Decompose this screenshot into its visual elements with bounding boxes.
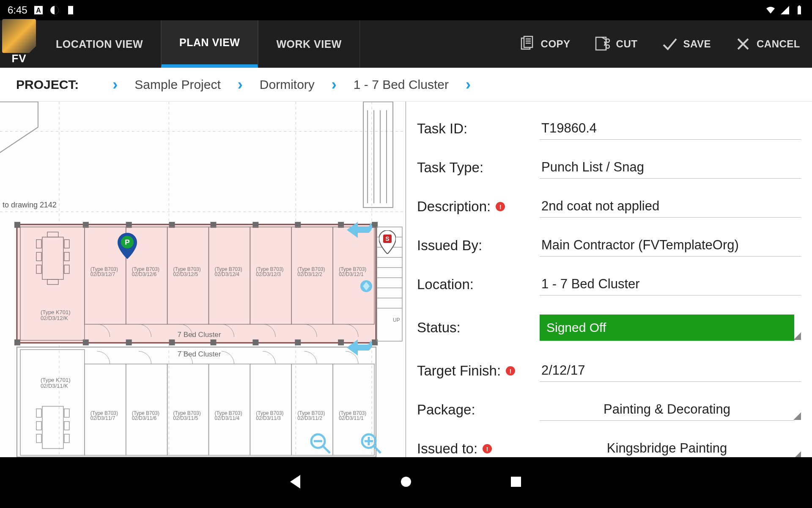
value-task-id[interactable]: T19860.4 (540, 118, 801, 140)
label-location: Location: (417, 276, 540, 293)
alert-icon: ! (496, 202, 505, 211)
nav-home-button[interactable] (398, 473, 414, 492)
svg-text:02/D3/11/3: 02/D3/11/3 (256, 415, 281, 421)
svg-line-128 (323, 446, 330, 453)
breadcrumb: PROJECT: › Sample Project › Dormitory › … (0, 68, 812, 102)
zoom-in-button[interactable] (359, 432, 382, 456)
close-icon (735, 36, 752, 52)
svg-text:A: A (36, 7, 41, 14)
alert-icon: ! (483, 444, 492, 453)
svg-text:UP: UP (393, 317, 400, 323)
svg-text:02/D3/11/6: 02/D3/11/6 (132, 415, 157, 421)
copy-button[interactable]: COPY (507, 36, 582, 52)
svg-rect-39 (126, 340, 132, 345)
svg-line-131 (374, 446, 381, 453)
svg-text:(Type K701): (Type K701) (41, 377, 71, 383)
logo-graphic (2, 19, 36, 53)
package-dropdown[interactable]: Painting & Decorating (540, 399, 801, 421)
tab-plan-view[interactable]: PLAN VIEW (161, 20, 258, 68)
svg-rect-83 (36, 422, 41, 430)
status-dropdown[interactable]: Signed Off (540, 315, 801, 341)
status-icon-sd (66, 5, 76, 15)
issued-to-dropdown[interactable]: Kingsbridge Painting (540, 438, 801, 458)
svg-text:02/D3/11/7: 02/D3/11/7 (91, 415, 115, 421)
wifi-icon (765, 5, 776, 15)
svg-text:02/D3/12/K: 02/D3/12/K (41, 315, 68, 321)
label-issued-to: Issued to:! (417, 441, 540, 457)
cell-signal-icon (780, 5, 790, 15)
svg-rect-28 (14, 222, 20, 228)
chevron-right-icon: › (449, 76, 488, 94)
value-target-finish[interactable]: 2/12/17 (540, 360, 801, 382)
save-button[interactable]: SAVE (649, 36, 723, 52)
svg-rect-6 (524, 36, 532, 47)
breadcrumb-project[interactable]: Sample Project (134, 77, 220, 92)
plan-view-pane[interactable]: to drawing 2142 (Type K701) (0, 102, 406, 457)
map-pin-p[interactable]: P (118, 233, 137, 261)
dropdown-indicator-icon (793, 412, 801, 420)
tab-location-view[interactable]: LOCATION VIEW (38, 20, 161, 68)
main-content: to drawing 2142 (Type K701) (0, 102, 812, 457)
svg-text:02/D3/12/6: 02/D3/12/6 (132, 271, 157, 277)
svg-rect-43 (295, 340, 301, 345)
view-tabs: LOCATION VIEW PLAN VIEW WORK VIEW (38, 20, 360, 68)
field-location: Location: 1 - 7 Bed Cluster (417, 265, 801, 304)
nav-recent-button[interactable] (508, 473, 524, 492)
value-issued-by[interactable]: Main Contractor (FVTemplateOrg) (540, 235, 801, 257)
dropdown-indicator-icon (793, 451, 801, 458)
svg-rect-41 (210, 340, 216, 345)
nav-back-button[interactable] (288, 473, 304, 492)
svg-rect-86 (64, 422, 69, 430)
chevron-right-icon: › (315, 76, 354, 94)
label-task-type: Task Type: (417, 160, 540, 176)
plan-center-marker[interactable] (359, 279, 374, 295)
dropdown-indicator-icon (793, 332, 801, 340)
save-label: SAVE (683, 38, 711, 50)
floor-plan-drawing: to drawing 2142 (Type K701) (0, 102, 406, 457)
svg-rect-80 (20, 350, 85, 456)
chevron-right-icon: › (96, 76, 134, 94)
svg-rect-81 (42, 406, 63, 449)
chevron-right-icon: › (221, 76, 260, 94)
field-issued-by: Issued By: Main Contractor (FVTemplateOr… (417, 226, 801, 265)
logo-text: FV (11, 52, 26, 65)
field-description: Description:! 2nd coat not applied (417, 187, 801, 226)
svg-rect-44 (338, 340, 344, 345)
svg-rect-82 (36, 409, 41, 417)
value-description[interactable]: 2nd coat not applied (540, 196, 801, 218)
breadcrumb-building[interactable]: Dormitory (260, 77, 315, 92)
field-task-type: Task Type: Punch List / Snag (417, 148, 801, 187)
svg-text:02/D3/12/5: 02/D3/12/5 (173, 271, 198, 277)
cancel-button[interactable]: CANCEL (723, 36, 812, 52)
status-icon-a: A (33, 5, 44, 15)
svg-text:02/D3/12/1: 02/D3/12/1 (339, 271, 364, 277)
breadcrumb-area[interactable]: 1 - 7 Bed Cluster (354, 77, 449, 92)
svg-text:02/D3/11/1: 02/D3/11/1 (339, 415, 364, 421)
plan-nav-arrow-upper[interactable] (345, 219, 375, 242)
breadcrumb-label: PROJECT: (16, 77, 79, 92)
cut-button[interactable]: CUT (582, 36, 650, 52)
tab-work-view[interactable]: WORK VIEW (258, 20, 360, 68)
svg-marker-134 (290, 475, 300, 489)
label-target-finish: Target Finish:! (417, 363, 540, 379)
value-location[interactable]: 1 - 7 Bed Cluster (540, 274, 801, 295)
value-task-type[interactable]: Punch List / Snag (540, 157, 801, 179)
app-logo[interactable]: FV (0, 20, 38, 68)
label-issued-by: Issued By: (417, 237, 540, 254)
svg-text:P: P (125, 238, 129, 246)
plan-note: to drawing 2142 (3, 201, 57, 209)
field-issued-to: Issued to:! Kingsbridge Painting (417, 429, 801, 457)
field-target-finish: Target Finish:! 2/12/17 (417, 351, 801, 390)
svg-point-135 (401, 477, 411, 487)
cut-label: CUT (616, 38, 638, 50)
android-nav-bar (0, 457, 812, 508)
svg-rect-85 (64, 409, 69, 417)
label-package: Package: (417, 402, 540, 418)
map-pin-s[interactable]: S (379, 230, 396, 256)
svg-point-12 (606, 45, 609, 48)
plan-nav-arrow-lower[interactable] (345, 337, 375, 360)
app-toolbar: FV LOCATION VIEW PLAN VIEW WORK VIEW COP… (0, 20, 812, 68)
label-status: Status: (417, 320, 540, 336)
zoom-out-button[interactable] (309, 432, 332, 456)
svg-text:S: S (385, 235, 389, 242)
